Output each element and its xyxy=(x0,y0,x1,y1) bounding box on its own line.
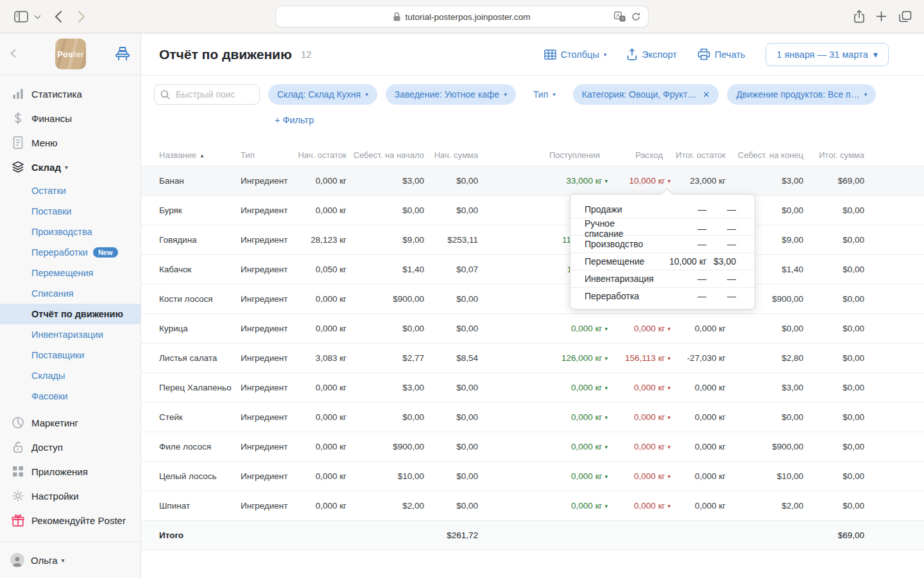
sidebar-toggle-icon[interactable] xyxy=(14,11,28,22)
sidebar-item-menu[interactable]: Меню xyxy=(0,130,141,155)
forward-icon[interactable] xyxy=(78,10,85,23)
column-header-start_qty[interactable]: Нач. остаток xyxy=(295,141,346,166)
sidebar-item-movement-report[interactable]: Отчёт по движению xyxy=(0,304,141,324)
user-menu[interactable]: Ольга ▾ xyxy=(0,541,141,578)
sidebar-item-processings[interactable]: ПереработкиNew xyxy=(0,242,141,263)
cell-incoming[interactable]: 0,000 кг▾ xyxy=(478,462,608,491)
sidebar-item-warehouses[interactable]: Склады xyxy=(0,365,141,386)
table-row[interactable]: Кости лососяИнгредиент0,000 кг$900,00$0,… xyxy=(141,285,924,314)
sidebar-item-supplies[interactable]: Поставки xyxy=(0,201,141,222)
column-header-expense[interactable]: Расход xyxy=(608,141,671,166)
cash-register-icon[interactable] xyxy=(114,46,131,64)
sidebar-item-packings[interactable]: Фасовки xyxy=(0,386,141,407)
sidebar-item-statistics[interactable]: Статистика xyxy=(0,82,141,106)
table-row[interactable]: ШпинатИнгредиент0,000 кг$2,00$0,000,000 … xyxy=(141,491,924,521)
cell-end_sum: $0,00 xyxy=(803,403,864,432)
translate-icon[interactable]: Ax xyxy=(614,12,626,22)
table-row[interactable]: БурякИнгредиент0,000 кг$0,00$0,000,000 к… xyxy=(141,196,924,225)
sidebar-item-marketing[interactable]: Маркетинг xyxy=(0,410,141,435)
chevron-down-icon[interactable] xyxy=(34,15,41,19)
cell-incoming[interactable]: 0,000 кг▾ xyxy=(478,432,608,461)
cell-incoming[interactable]: 126,000 кг▾ xyxy=(478,344,608,372)
sidebar-item-label: Фасовки xyxy=(31,391,68,401)
search-input[interactable] xyxy=(175,89,253,100)
column-header-cost_end[interactable]: Себест. на конец xyxy=(726,141,803,166)
filter-movement[interactable]: Движение продуктов: Все п…▾ xyxy=(727,84,876,105)
export-button[interactable]: Экспорт xyxy=(627,48,676,60)
table-row[interactable]: Филе лососяИнгредиент0,000 кг$900,00$0,0… xyxy=(141,432,924,462)
reload-icon[interactable] xyxy=(631,12,640,21)
columns-button[interactable]: Столбцы▾ xyxy=(544,49,607,60)
cell-incoming[interactable]: 33,000 кг▾ xyxy=(478,166,608,195)
cell-incoming[interactable]: 0,000 кг▾ xyxy=(478,491,608,520)
cell-expense[interactable]: 0,000 кг▾ xyxy=(608,491,671,520)
sidebar-item-recommend-poster[interactable]: Рекомендуйте Poster xyxy=(0,508,141,532)
sidebar-item-settings[interactable]: Настройки xyxy=(0,484,141,508)
cell-cost_start: $1,40 xyxy=(346,255,424,284)
date-range-button[interactable]: 1 января — 31 марта▾ xyxy=(766,43,889,66)
popup-sum: — xyxy=(706,223,736,234)
collapse-sidebar-icon[interactable] xyxy=(10,49,16,60)
column-header-start_sum[interactable]: Нач. сумма xyxy=(424,141,478,166)
sidebar-item-inventories[interactable]: Инвентаризации xyxy=(0,324,141,345)
popup-qty: — xyxy=(655,274,706,284)
cell-expense[interactable]: 0,000 кг▾ xyxy=(608,314,671,343)
table-row[interactable]: Целый лососьИнгредиент0,000 кг$10,00$0,0… xyxy=(141,462,924,491)
column-header-end_qty[interactable]: Итог. остаток xyxy=(671,141,726,166)
cell-expense[interactable]: 0,000 кг▾ xyxy=(608,462,671,491)
cell-expense[interactable]: 0,000 кг▾ xyxy=(608,403,671,432)
cell-incoming[interactable]: 0,000 кг▾ xyxy=(478,403,608,432)
column-header-cost_start[interactable]: Себест. на начало xyxy=(346,141,424,166)
cell-cost_end: $900,00 xyxy=(726,432,803,461)
table-row[interactable]: КурицаИнгредиент0,000 кг$0,00$0,000,000 … xyxy=(141,314,924,344)
sidebar-item-transfers[interactable]: Перемещения xyxy=(0,263,141,283)
table-row[interactable]: СтейкИнгредиент0,000 кг$0,00$0,000,000 к… xyxy=(141,403,924,432)
chevron-down-icon: ▾ xyxy=(62,557,65,564)
table-row[interactable]: ГовядинаИнгредиент28,123 кг$9,00$253,111… xyxy=(141,225,924,255)
sidebar-item-leftovers[interactable]: Остатки xyxy=(0,180,141,201)
chevron-down-icon: ▾ xyxy=(873,49,878,60)
back-icon[interactable] xyxy=(55,10,62,23)
filter-type[interactable]: Тип▾ xyxy=(524,84,565,105)
column-header-name[interactable]: Название▲ xyxy=(159,141,241,166)
page-title: Отчёт по движению xyxy=(159,47,292,62)
poster-logo[interactable]: Poster xyxy=(55,39,86,69)
add-filter-link[interactable]: + Фильтр xyxy=(275,115,314,125)
sidebar-item-label: Остатки xyxy=(31,186,66,196)
cell-expense[interactable]: 156,113 кг▾ xyxy=(608,344,671,372)
table-body: БананИнгредиент0,000 кг$3,00$0,0033,000 … xyxy=(141,166,924,550)
cell-expense[interactable]: 0,000 кг▾ xyxy=(608,373,671,402)
sidebar-item-writeoffs[interactable]: Списания xyxy=(0,283,141,304)
filter-warehouse[interactable]: Склад: Склад Кухня▾ xyxy=(268,84,377,105)
address-bar[interactable]: tutorial-posterpos.joinposter.com Ax xyxy=(276,6,648,27)
cell-value: 33,000 кг xyxy=(567,176,603,186)
column-header-end_sum[interactable]: Итог. сумма xyxy=(803,141,864,166)
cell-end_qty: 0,000 кг xyxy=(671,403,726,432)
sidebar-item-access[interactable]: Доступ xyxy=(0,435,141,459)
share-icon[interactable] xyxy=(853,10,865,24)
sidebar-item-productions[interactable]: Производства xyxy=(0,222,141,242)
table-row[interactable]: Перец ХалапеньоИнгредиент0,000 кг$3,00$0… xyxy=(141,373,924,403)
table-row[interactable]: КабачокИнгредиент0,050 кг$1,40$0,0711,00… xyxy=(141,255,924,285)
cell-expense[interactable]: 10,000 кг▾ xyxy=(608,166,671,195)
table-row[interactable]: Листья салатаИнгредиент3,083 кг$2,77$8,5… xyxy=(141,344,924,373)
tabs-overview-icon[interactable] xyxy=(899,11,912,22)
cell-expense[interactable]: 0,000 кг▾ xyxy=(608,432,671,461)
cell-cost_start: $9,00 xyxy=(346,225,424,254)
cell-end_sum: $0,00 xyxy=(803,462,864,491)
new-tab-icon[interactable] xyxy=(876,11,887,22)
table-row[interactable]: БананИнгредиент0,000 кг$3,00$0,0033,000 … xyxy=(141,166,924,196)
close-icon[interactable]: ✕ xyxy=(703,89,710,100)
sidebar-item-warehouse[interactable]: Склад▾ xyxy=(0,155,141,179)
column-header-incoming[interactable]: Поступления xyxy=(478,141,608,166)
filter-venue[interactable]: Заведение: Уютное кафе▾ xyxy=(386,84,516,105)
sidebar-item-suppliers[interactable]: Поставщики xyxy=(0,345,141,365)
sidebar-item-finance[interactable]: Финансы xyxy=(0,106,141,130)
column-header-type[interactable]: Тип xyxy=(241,141,295,166)
filter-category[interactable]: Категория: Овощи, Фрукт…✕ xyxy=(573,84,719,105)
sidebar-item-applications[interactable]: Приложения xyxy=(0,459,141,484)
cell-incoming[interactable]: 0,000 кг▾ xyxy=(478,373,608,402)
print-button[interactable]: Печать xyxy=(697,48,746,60)
cell-start_qty: 0,050 кг xyxy=(295,255,346,284)
cell-incoming[interactable]: 0,000 кг▾ xyxy=(478,314,608,343)
